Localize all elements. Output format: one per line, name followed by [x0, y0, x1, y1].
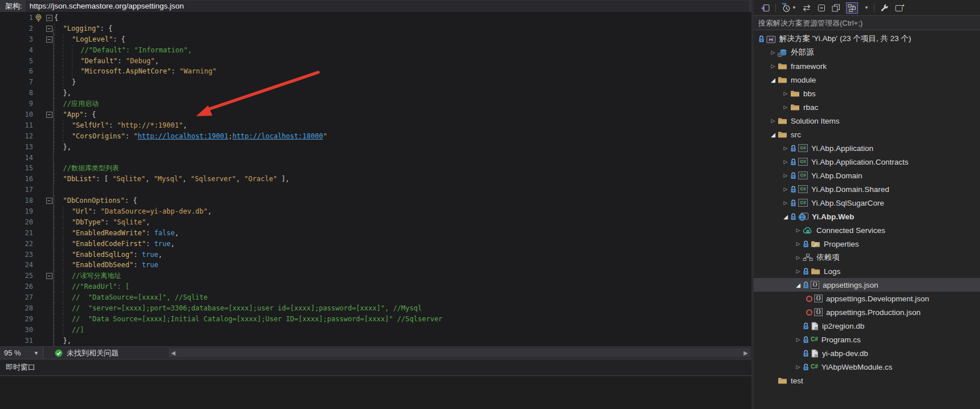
code-line[interactable]: 27// "DataSource=[xxxx]", //Sqlite	[0, 292, 751, 303]
expand-arrow-icon[interactable]: ▷	[794, 241, 803, 247]
code-line[interactable]: 23"EnabledSqlLog": true,	[0, 250, 751, 260]
tree-row[interactable]: {}appsettings.Production.json	[754, 305, 980, 319]
code-line[interactable]: 21"EnabledReadWrite": false,	[0, 228, 751, 239]
collapse-arrow-icon[interactable]: ◢	[781, 214, 790, 220]
solution-search-input[interactable]	[754, 18, 980, 28]
expand-arrow-icon[interactable]: ▷	[794, 255, 803, 260]
schema-combo[interactable]: https://json.schemastore.org/appsettings…	[26, 1, 749, 12]
tree-row[interactable]: 解决方案 'Yi.Abp' (23 个项目, 共 23 个)	[754, 32, 980, 46]
code-line[interactable]: 10−"App": {	[0, 109, 751, 120]
code-line[interactable]: 17	[0, 185, 751, 195]
collapse-arrow-icon[interactable]: ◢	[768, 132, 778, 138]
tree-row[interactable]: ◢module	[754, 73, 980, 87]
show-all-files-icon[interactable]	[831, 2, 841, 14]
code-line[interactable]: 30//]	[0, 325, 751, 336]
tree-row[interactable]: test	[754, 374, 980, 387]
expand-arrow-icon[interactable]: ▷	[781, 104, 790, 110]
expand-arrow-icon[interactable]: ▷	[794, 227, 803, 233]
tree-row[interactable]: ▷外部源	[754, 46, 980, 59]
collapse-all-icon[interactable]	[817, 2, 826, 14]
expand-arrow-icon[interactable]: ▷	[768, 118, 778, 124]
scroll-right-icon[interactable]: ▶	[741, 350, 750, 356]
collapse-arrow-icon[interactable]: ◢	[768, 77, 778, 83]
lightbulb-icon[interactable]	[35, 14, 42, 22]
tree-row[interactable]: ◢src	[754, 128, 980, 141]
document-health-indicator[interactable]: 未找到相关问题	[43, 348, 119, 358]
fold-toggle-icon[interactable]: −	[46, 26, 52, 32]
code-line[interactable]: 1−{	[0, 13, 751, 23]
tree-row[interactable]: ▷framework	[754, 59, 980, 73]
tree-row[interactable]: ▷Connected Services	[754, 223, 980, 237]
code-line[interactable]: 26//"ReadUrl": [	[0, 281, 751, 292]
tree-row[interactable]: ip2region.db	[754, 319, 980, 333]
expand-arrow-icon[interactable]: ▷	[794, 268, 803, 274]
expand-arrow-icon[interactable]: ▷	[768, 50, 778, 55]
tree-row[interactable]: ▷C#Yi.Abp.Application	[754, 141, 980, 155]
tree-row[interactable]: ▷rbac	[754, 100, 980, 114]
code-line[interactable]: 3−"LogLevel": {	[0, 34, 751, 45]
tree-row[interactable]: ▷Logs	[754, 264, 980, 278]
horizontal-scrollbar[interactable]: ◀ ▶	[169, 348, 750, 357]
expand-arrow-icon[interactable]: ▷	[781, 200, 790, 206]
tree-row[interactable]: ▷依赖项	[754, 251, 980, 264]
expand-arrow-icon[interactable]: ▷	[794, 337, 803, 342]
expand-arrow-icon[interactable]: ▷	[781, 186, 790, 192]
code-line[interactable]: 5"Default": "Debug",	[0, 56, 751, 67]
tree-row[interactable]: ▷bbs	[754, 87, 980, 100]
tree-row[interactable]: ◢{}appsettings.json	[754, 278, 980, 292]
code-line[interactable]: 28// "server=[xxxx];port=3306;database=[…	[0, 303, 751, 314]
tree-row[interactable]: ▷C#Yi.Abp.Domain	[754, 169, 980, 182]
code-editor[interactable]: 1−{2−"Logging": {3−"LogLevel": {4//"Defa…	[0, 13, 751, 346]
linked-nodes-toggle-icon[interactable]	[846, 2, 858, 14]
fold-toggle-icon[interactable]: −	[46, 112, 52, 118]
expand-arrow-icon[interactable]: ▷	[781, 159, 790, 165]
collapse-arrow-icon[interactable]: ◢	[794, 282, 803, 288]
tree-row[interactable]: ▷Solution Items	[754, 114, 980, 128]
scroll-left-icon[interactable]: ◀	[169, 350, 178, 356]
tree-row[interactable]: ▷C#Yi.Abp.SqlSugarCore	[754, 196, 980, 210]
tree-row[interactable]: ▷C#Yi.Abp.Application.Contracts	[754, 155, 980, 169]
properties-icon[interactable]	[880, 2, 889, 14]
code-line[interactable]: 14	[0, 153, 751, 163]
tree-row[interactable]: ▷C#YiAbpWebModule.cs	[754, 360, 980, 374]
code-line[interactable]: 18−"DbConnOptions": {	[0, 195, 751, 206]
tree-row[interactable]: ▷C#Program.cs	[754, 333, 980, 346]
code-line[interactable]: 13},	[0, 142, 751, 153]
code-line[interactable]: 8},	[0, 88, 751, 99]
expand-arrow-icon[interactable]: ▷	[781, 145, 790, 151]
code-line[interactable]: 22"EnabledCodeFirst": true,	[0, 239, 751, 250]
sync-with-active-document-icon[interactable]	[802, 2, 812, 14]
dropdown-caret-icon[interactable]: ▼	[864, 5, 869, 10]
expand-arrow-icon[interactable]: ▷	[781, 173, 790, 178]
tree-row[interactable]: ▷C#Yi.Abp.Domain.Shared	[754, 182, 980, 196]
code-line[interactable]: 15//数据库类型列表	[0, 163, 751, 174]
code-line[interactable]: 16"DbList": [ "Sqlite", "Mysql", "Sqlser…	[0, 174, 751, 185]
code-line[interactable]: 20"DbType": "Sqlite",	[0, 217, 751, 228]
code-line[interactable]: 2−"Logging": {	[0, 23, 751, 34]
code-line[interactable]: 6"Microsoft.AspNetCore": "Warning"	[0, 66, 751, 77]
tree-row[interactable]: ▷Properties	[754, 237, 980, 251]
code-line[interactable]: 12"CorsOrigins": "http://localhost:19001…	[0, 131, 751, 142]
code-line[interactable]: 19"Url": "DataSource=yi-abp-dev.db",	[0, 206, 751, 217]
code-line[interactable]: 4//"Default": "Information",	[0, 45, 751, 56]
tree-row[interactable]: {}appsettings.Development.json	[754, 292, 980, 305]
expand-arrow-icon[interactable]: ▷	[794, 364, 803, 370]
expand-arrow-icon[interactable]: ▷	[781, 91, 790, 96]
tree-row[interactable]: ◢Yi.Abp.Web	[754, 210, 980, 223]
preview-selected-items-icon[interactable]	[894, 2, 905, 14]
fold-toggle-icon[interactable]: −	[46, 36, 52, 43]
code-line[interactable]: 11"SelfUrl": "http://*:19001",	[0, 120, 751, 131]
pending-changes-filter-icon[interactable]: ▼	[781, 2, 796, 14]
code-line[interactable]: 29// "Data Source=[xxxx];Initial Catalog…	[0, 314, 751, 325]
fold-toggle-icon[interactable]: −	[46, 198, 52, 204]
code-line[interactable]: 7}	[0, 77, 751, 88]
expand-arrow-icon[interactable]: ▷	[768, 63, 778, 69]
fold-toggle-icon[interactable]: −	[46, 273, 52, 279]
code-line[interactable]: 31},	[0, 336, 751, 346]
fold-toggle-icon[interactable]: −	[46, 15, 52, 21]
code-line[interactable]: 25−//读写分离地址	[0, 271, 751, 281]
tree-row[interactable]: yi-abp-dev.db	[754, 346, 980, 360]
switch-views-icon[interactable]	[761, 2, 770, 14]
zoom-combo[interactable]: 95 % ▼	[0, 347, 43, 359]
code-line[interactable]: 9//应用启动	[0, 99, 751, 109]
